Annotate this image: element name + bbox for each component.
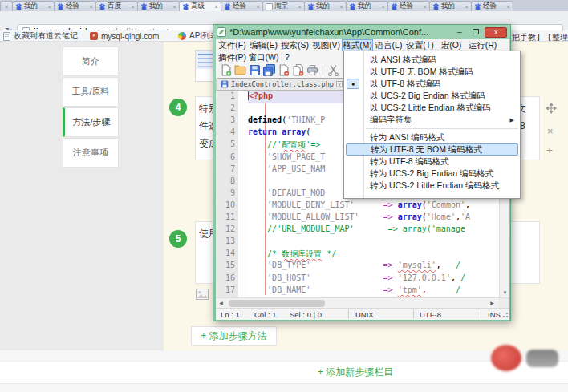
- scroll-right-icon[interactable]: ▶: [487, 298, 497, 308]
- format-menu-item[interactable]: 转为 ANSI 编码格式: [344, 131, 520, 143]
- status-divider: [481, 309, 481, 319]
- browser-tab[interactable]: 经验×: [54, 1, 96, 11]
- save-all-icon[interactable]: [263, 64, 275, 76]
- tab-close-icon[interactable]: ×: [131, 3, 135, 10]
- tab-close-icon[interactable]: ×: [465, 3, 469, 10]
- tab-close-icon[interactable]: ×: [172, 3, 176, 10]
- browser-tab[interactable]: 经验×: [387, 1, 430, 11]
- horizontal-scroll-thumb[interactable]: [229, 300, 325, 307]
- code-token: =>: [383, 200, 393, 209]
- add-step-method-button[interactable]: + 添加步骤方法: [191, 326, 277, 346]
- menu-编辑(E)[interactable]: 编辑(E): [248, 39, 279, 51]
- tab-close-icon[interactable]: ×: [256, 3, 260, 10]
- sidebar-item-4[interactable]: 注意事项: [63, 138, 119, 168]
- notepad-titlebar[interactable]: *D:\wamp\www\yunfeichaxun\App\Common\Con…: [213, 25, 510, 39]
- browser-tab[interactable]: 淘宝×: [262, 1, 305, 11]
- page-icon: [3, 32, 10, 41]
- tab-close-icon[interactable]: ×: [298, 3, 302, 10]
- code-line: 'DB_TYPE' => 'mysqli', /: [248, 261, 499, 273]
- format-menu-item[interactable]: 以 UCS-2 Little Endian 格式编码: [344, 102, 520, 114]
- cut-icon[interactable]: [327, 64, 339, 76]
- maximize-button[interactable]: [469, 27, 482, 37]
- browser-tab[interactable]: 经验×: [221, 1, 263, 11]
- bookmark-item[interactable]: Pmysql-qingl.com: [90, 31, 159, 41]
- resize-grip[interactable]: [502, 312, 509, 318]
- floating-widget[interactable]: [489, 339, 560, 378]
- browser-tab[interactable]: 我的×: [137, 1, 180, 11]
- status-divider: [348, 309, 349, 319]
- format-menu-item[interactable]: 以 ANSI 格式编码: [344, 54, 520, 66]
- browser-tab[interactable]: ×: [0, 1, 13, 11]
- save-icon[interactable]: [249, 64, 261, 76]
- menu-设置(T)[interactable]: 设置(T): [404, 39, 436, 51]
- format-menu-item[interactable]: 转为 UTF-8 编码格式: [344, 156, 520, 168]
- step-delete-icon[interactable]: ×: [547, 125, 554, 137]
- format-menu-dropdown: 以 ANSI 格式编码以 UTF-8 无 BOM 格式编码以 UTF-8 格式编…: [343, 51, 521, 199]
- code-token: 'mysqli': [398, 261, 436, 269]
- tab-close-icon[interactable]: ×: [339, 3, 343, 10]
- document-tab-close-icon[interactable]: x: [336, 81, 343, 87]
- menu-运行(R)[interactable]: 运行(R): [467, 39, 498, 51]
- browser-tab[interactable]: 高级×: [179, 1, 221, 11]
- code-token: [248, 152, 267, 161]
- add-new-section-button[interactable]: + 添加新步骤栏目: [318, 366, 393, 379]
- bookmark-item[interactable]: 收藏到有道云笔记: [3, 31, 78, 41]
- menu-视图(V)[interactable]: 视图(V): [310, 39, 342, 51]
- api-icon: [178, 32, 186, 40]
- menu-语言(L)[interactable]: 语言(L): [373, 39, 404, 51]
- menu-文件(F)[interactable]: 文件(F): [217, 39, 248, 51]
- code-token: [248, 164, 267, 173]
- new-file-icon[interactable]: [220, 64, 232, 76]
- tab-close-icon[interactable]: ×: [89, 3, 93, 10]
- code-token: [248, 261, 267, 269]
- format-menu-item[interactable]: 转为 UCS-2 Little Endian 编码格式: [344, 180, 520, 192]
- tab-close-icon[interactable]: ×: [47, 3, 51, 10]
- print-icon[interactable]: [306, 64, 318, 76]
- tab-title: 我的: [316, 2, 338, 11]
- format-menu-item[interactable]: 编码字符集▶: [344, 114, 520, 126]
- browser-tab[interactable]: 我的×: [346, 1, 388, 11]
- document-tab[interactable]: IndexController.class.phpx: [217, 78, 347, 90]
- tab-close-icon[interactable]: ×: [5, 3, 9, 10]
- format-menu-item[interactable]: 以 UCS-2 Big Endian 格式编码: [344, 90, 520, 102]
- tab-close-icon[interactable]: ×: [423, 3, 427, 10]
- sidebar-item-3[interactable]: 方法/步骤: [63, 107, 119, 137]
- close-doc-icon[interactable]: [278, 64, 290, 76]
- code-token: 'DB_TYPE': [267, 261, 310, 269]
- tab-close-icon[interactable]: ×: [381, 3, 385, 10]
- browser-tab[interactable]: 我的×: [12, 1, 55, 11]
- browser-tab[interactable]: 我的×: [304, 1, 347, 11]
- minimize-button[interactable]: –: [453, 27, 466, 37]
- add-section-bar: [0, 361, 568, 384]
- tab-close-icon[interactable]: ×: [506, 3, 510, 10]
- baidu-paw-icon: [349, 3, 356, 10]
- scroll-down-icon[interactable]: ▼: [500, 288, 509, 297]
- scroll-left-icon[interactable]: ◀: [216, 298, 226, 308]
- format-menu-item[interactable]: 以 UTF-8 无 BOM 格式编码: [344, 66, 520, 78]
- format-menu-item[interactable]: 转为 UTF-8 无 BOM 编码格式: [346, 143, 518, 156]
- bookmark-fragment[interactable]: 把手教】【整理—: [512, 32, 568, 43]
- menu-格式(M)[interactable]: 格式(M): [342, 39, 373, 51]
- sidebar-item-1[interactable]: 简介: [63, 46, 119, 76]
- menu-宏(O)[interactable]: 宏(O): [436, 39, 467, 51]
- open-folder-icon[interactable]: [234, 64, 246, 76]
- tab-close-icon[interactable]: ×: [214, 3, 218, 10]
- close-all-icon[interactable]: [292, 64, 304, 76]
- insert-image-icon[interactable]: [196, 289, 209, 300]
- browser-tab[interactable]: 经验×: [471, 1, 513, 11]
- format-menu-item[interactable]: 以 UTF-8 格式编码●: [344, 78, 520, 90]
- step-move-handle-icon[interactable]: [546, 103, 557, 114]
- line-number: 6: [216, 152, 235, 161]
- close-button[interactable]: x: [485, 27, 507, 38]
- step-add-icon[interactable]: +: [546, 143, 553, 156]
- code-token: [248, 212, 267, 221]
- horizontal-scrollbar[interactable]: ◀ ▶: [216, 297, 509, 308]
- code-token: 'THINK_P: [286, 115, 325, 124]
- menu-搜索(S)[interactable]: 搜索(S): [279, 39, 310, 51]
- sidebar-item-2[interactable]: 工具/原料: [63, 77, 119, 107]
- page-icon: [266, 3, 273, 10]
- format-menu-item[interactable]: 转为 UCS-2 Big Endian 编码格式: [344, 168, 520, 180]
- browser-tab[interactable]: 百度×: [95, 1, 138, 11]
- baidu-paw-icon: [224, 3, 231, 10]
- browser-tab[interactable]: 我的×: [429, 1, 472, 11]
